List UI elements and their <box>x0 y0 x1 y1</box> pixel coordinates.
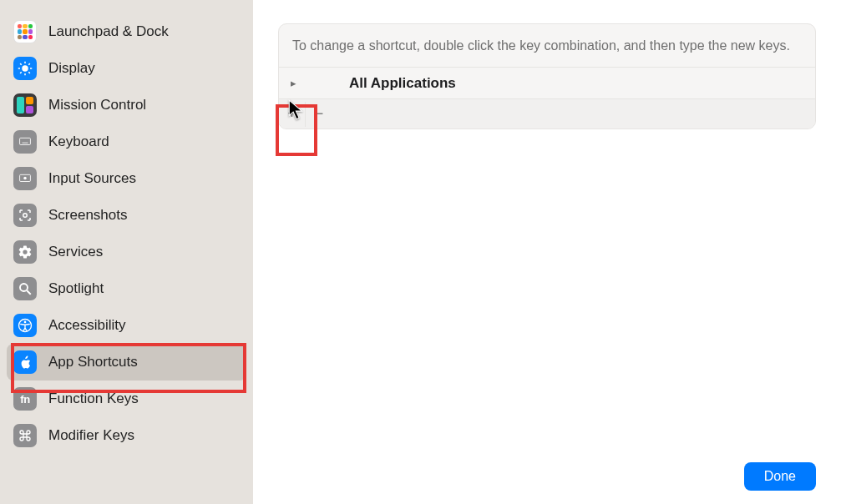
sidebar-item-label: Accessibility <box>48 317 126 334</box>
instructions-text: To change a shortcut, double click the k… <box>279 24 815 67</box>
svg-line-7 <box>20 72 22 73</box>
sidebar-item-label: Spotlight <box>48 280 104 297</box>
sidebar-item-input-sources[interactable]: Input Sources <box>7 160 246 197</box>
disclosure-triangle-icon[interactable]: ▸ <box>279 77 307 89</box>
sidebar-item-label: Mission Control <box>48 97 146 113</box>
mission-control-icon <box>13 93 37 117</box>
sidebar-item-label: Function Keys <box>48 391 139 407</box>
sidebar-item-modifier-keys[interactable]: Modifier Keys <box>7 417 246 454</box>
sidebar-item-screenshots[interactable]: Screenshots <box>7 197 246 234</box>
sidebar-item-services[interactable]: Services <box>7 234 246 270</box>
function-keys-icon: fn <box>13 387 37 411</box>
sidebar-item-mission-control[interactable]: Mission Control <box>7 87 246 123</box>
sidebar-item-launchpad-dock[interactable]: Launchpad & Dock <box>7 13 246 50</box>
remove-shortcut-button[interactable]: − <box>306 102 332 127</box>
svg-line-6 <box>28 72 30 73</box>
screenshots-icon <box>13 204 37 227</box>
modifier-keys-icon <box>13 424 37 447</box>
accessibility-icon <box>13 314 37 337</box>
footer: Done <box>744 462 816 491</box>
sidebar-item-accessibility[interactable]: Accessibility <box>7 307 246 344</box>
sidebar-item-app-shortcuts[interactable]: App Shortcuts <box>7 344 246 381</box>
sidebar-list: Launchpad & Dock Display Mission Control… <box>7 13 246 454</box>
sidebar-item-label: Input Sources <box>48 170 136 187</box>
svg-line-5 <box>20 63 22 65</box>
list-controls: + − <box>279 98 815 129</box>
sidebar-item-function-keys[interactable]: fn Function Keys <box>7 381 246 417</box>
sidebar-item-label: Launchpad & Dock <box>48 23 169 40</box>
sidebar-item-display[interactable]: Display <box>7 50 246 87</box>
spotlight-icon <box>13 277 37 300</box>
category-row-all-applications[interactable]: ▸ All Applications <box>279 67 815 98</box>
svg-point-0 <box>22 65 28 72</box>
services-icon <box>13 240 37 264</box>
svg-point-18 <box>20 284 28 291</box>
app-shortcuts-icon <box>13 350 37 374</box>
sidebar-item-label: App Shortcuts <box>48 354 138 370</box>
sidebar: Launchpad & Dock Display Mission Control… <box>0 0 253 504</box>
sidebar-item-spotlight[interactable]: Spotlight <box>7 270 246 307</box>
category-label: All Applications <box>307 75 456 92</box>
svg-point-21 <box>24 321 27 324</box>
add-shortcut-button[interactable]: + <box>279 102 306 127</box>
sidebar-item-label: Keyboard <box>48 134 109 150</box>
sidebar-item-label: Modifier Keys <box>48 427 134 444</box>
keyboard-icon <box>13 130 37 154</box>
sidebar-item-label: Services <box>48 244 103 260</box>
sidebar-item-label: Display <box>48 60 95 77</box>
svg-line-8 <box>28 63 30 65</box>
svg-point-16 <box>23 177 27 180</box>
svg-point-17 <box>23 214 28 218</box>
display-icon <box>13 57 37 80</box>
shortcuts-box: To change a shortcut, double click the k… <box>278 23 816 129</box>
keyboard-shortcuts-window: Launchpad & Dock Display Mission Control… <box>0 0 841 504</box>
done-button[interactable]: Done <box>744 462 816 491</box>
sidebar-item-keyboard[interactable]: Keyboard <box>7 123 246 160</box>
svg-rect-9 <box>20 138 31 144</box>
svg-line-19 <box>27 290 31 295</box>
launchpad-icon <box>13 20 37 43</box>
sidebar-item-label: Screenshots <box>48 207 128 224</box>
input-sources-icon <box>13 167 37 190</box>
main-panel: To change a shortcut, double click the k… <box>253 0 841 504</box>
